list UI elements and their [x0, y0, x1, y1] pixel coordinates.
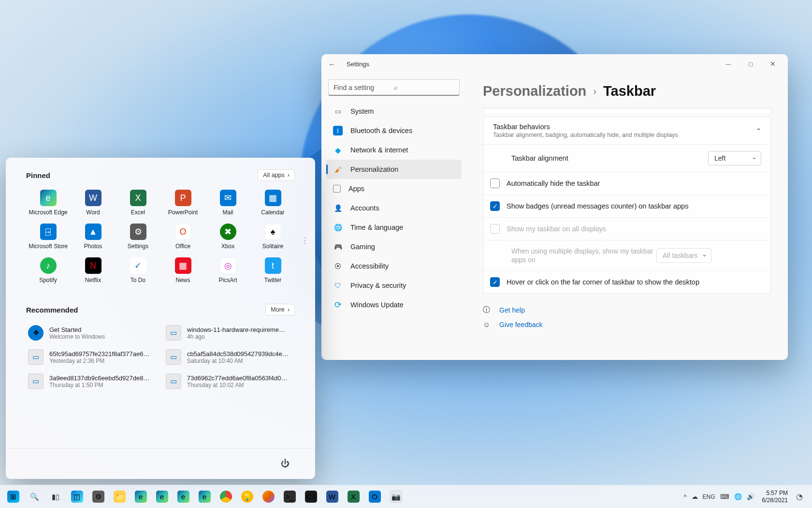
acc-icon: 👤: [333, 203, 343, 213]
taskbar-search[interactable]: 🔍: [24, 487, 44, 507]
taskbar-word[interactable]: W: [322, 487, 342, 507]
pinned-app[interactable]: ⍈Microsoft Store: [26, 222, 70, 254]
more-pinned-handle[interactable]: ⋮: [301, 236, 308, 245]
recommended-item[interactable]: ▭windows-11-hardware-requirement...4h ag…: [164, 322, 295, 344]
taskbar-start[interactable]: ⊞: [3, 487, 23, 507]
nav-item-pers[interactable]: 🖌Personalization: [326, 160, 462, 179]
taskbar-chrome[interactable]: [216, 487, 236, 507]
taskbar-task-view[interactable]: ▮▯: [45, 487, 66, 507]
taskbar-edge-canary[interactable]: e: [194, 487, 215, 507]
recommended-item[interactable]: ▭65fc95ad69757fe2321f8af377ae670...Yeste…: [26, 346, 157, 368]
pinned-app[interactable]: ▦News: [161, 255, 205, 287]
pinned-app[interactable]: NNetflix: [71, 255, 115, 287]
tray-chevron-icon[interactable]: ^: [683, 493, 686, 500]
badges-row[interactable]: ✓ Show badges (unread messages counter) …: [483, 194, 771, 217]
taskbar-clock[interactable]: 5:57 PM 6/28/2021: [759, 490, 791, 504]
help-icon: ⓘ: [483, 305, 493, 314]
pinned-app[interactable]: ◎PicsArt: [206, 255, 250, 287]
taskbar-outlook[interactable]: O: [364, 487, 385, 507]
give-feedback-link[interactable]: Give feedback: [499, 321, 543, 329]
power-button[interactable]: ⏻: [276, 454, 295, 474]
titlebar: ← Settings — ▢ ✕: [321, 54, 788, 74]
back-button[interactable]: ←: [328, 60, 340, 68]
excel-icon: X: [348, 491, 360, 503]
recommended-item[interactable]: ❖Get StartedWelcome to Windows: [26, 322, 157, 344]
corner-checkbox[interactable]: ✓: [490, 277, 500, 287]
breadcrumb-parent[interactable]: Personalization: [483, 83, 586, 99]
give-feedback-row[interactable]: ☺ Give feedback: [483, 320, 771, 329]
task-view-icon: ▮▯: [50, 491, 62, 503]
notifications-button[interactable]: ◔: [792, 487, 807, 507]
chevron-right-icon: ›: [288, 306, 290, 313]
tray-onedrive-icon[interactable]: ☁: [692, 493, 698, 500]
nav-label: Gaming: [350, 243, 375, 251]
pinned-app[interactable]: ⚙Settings: [116, 222, 160, 254]
taskbar-windows-terminal[interactable]: >_: [279, 487, 300, 507]
all-apps-button[interactable]: All apps ›: [258, 169, 295, 181]
app-icon: O: [175, 224, 191, 240]
nav-item-priv[interactable]: 🛡Privacy & security: [326, 276, 462, 295]
taskbar-command-prompt[interactable]: C:\: [301, 487, 321, 507]
nav-item-acs[interactable]: ⦿Accessibility: [326, 256, 462, 276]
badges-checkbox[interactable]: ✓: [490, 201, 500, 211]
panel-header[interactable]: Taskbar behaviors Taskbar alignment, bad…: [483, 117, 771, 144]
pinned-app[interactable]: eMicrosoft Edge: [26, 188, 70, 220]
taskbar: ⊞🔍▮▯◫⚙📁eeee💡>_C:\WXO📷 ^ ☁ ENG ⌨ 🌐 🔊 5:57…: [0, 485, 812, 508]
search-input[interactable]: Find a setting ⌕: [328, 79, 460, 96]
corner-row[interactable]: ✓ Hover or click on the far corner of ta…: [483, 270, 771, 293]
pinned-app[interactable]: ✖Xbox: [206, 222, 250, 254]
pinned-app[interactable]: ✓To Do: [116, 255, 160, 287]
pinned-app[interactable]: tTwitter: [251, 255, 295, 287]
nav-item-acc[interactable]: 👤Accounts: [326, 198, 462, 218]
minimize-button[interactable]: —: [717, 56, 740, 72]
recommended-item[interactable]: ▭3a9eed8137db9c6eebd5d927de8fe...Thursda…: [26, 371, 157, 392]
nav-item-upd[interactable]: ⟳Windows Update: [326, 295, 462, 314]
app-icon: N: [85, 257, 102, 274]
nav-item-game[interactable]: 🎮Gaming: [326, 237, 462, 256]
taskbar-edge-beta[interactable]: e: [152, 487, 172, 507]
tray-network-icon[interactable]: 🌐: [734, 493, 742, 500]
taskbar-file-explorer[interactable]: 📁: [109, 487, 130, 507]
alignment-label: Taskbar alignment: [511, 154, 708, 162]
taskbar-edge[interactable]: e: [130, 487, 151, 507]
app-label: To Do: [130, 277, 145, 284]
recommended-item[interactable]: ▭cb5af5a84dc538d095427939dc4e6...Saturda…: [164, 346, 295, 368]
pinned-app[interactable]: ▦Calendar: [251, 188, 295, 220]
nav-item-bt[interactable]: ᛒBluetooth & devices: [326, 121, 462, 140]
pinned-app[interactable]: ♪Spotify: [26, 255, 70, 287]
autohide-checkbox[interactable]: [490, 179, 500, 188]
windows-terminal-icon: >_: [284, 491, 296, 503]
taskbar-firefox[interactable]: [258, 487, 278, 507]
pinned-app[interactable]: ✉Mail: [206, 188, 250, 220]
nav-item-system[interactable]: ▭System: [326, 102, 462, 121]
word-icon: W: [326, 491, 338, 503]
nav-item-apps[interactable]: Apps: [326, 179, 462, 198]
recommended-item[interactable]: ▭73d6962c77edd6ae0f8a0563f4d04...Thursda…: [164, 371, 295, 392]
maximize-button[interactable]: ▢: [740, 56, 762, 72]
pinned-app[interactable]: WWord: [71, 188, 115, 220]
tray-keyboard-icon[interactable]: ⌨: [720, 493, 729, 500]
close-button[interactable]: ✕: [762, 56, 784, 72]
taskbar-excel[interactable]: X: [343, 487, 363, 507]
more-button[interactable]: More ›: [265, 304, 295, 315]
pinned-app[interactable]: XExcel: [116, 188, 160, 220]
get-help-row[interactable]: ⓘ Get help: [483, 305, 771, 314]
get-help-link[interactable]: Get help: [499, 306, 525, 314]
taskbar-widgets[interactable]: ◫: [67, 487, 87, 507]
nav-item-net[interactable]: ◆Network & internet: [326, 140, 462, 160]
tray-volume-icon[interactable]: 🔊: [747, 493, 754, 500]
taskbar-edge-dev[interactable]: e: [173, 487, 193, 507]
rec-subtitle: Thursday at 10:02 AM: [187, 382, 289, 388]
alignment-dropdown[interactable]: Left: [708, 151, 761, 165]
taskbar-camera[interactable]: 📷: [386, 487, 406, 507]
tray-language[interactable]: ENG: [703, 493, 715, 500]
pinned-app[interactable]: PPowerPoint: [161, 188, 205, 220]
autohide-row[interactable]: Automatically hide the taskbar: [483, 172, 771, 194]
taskbar-tips[interactable]: 💡: [237, 487, 257, 507]
taskbar-settings[interactable]: ⚙: [88, 487, 108, 507]
pinned-app[interactable]: ♠Solitaire: [251, 222, 295, 254]
search-icon: 🔍: [29, 491, 41, 503]
pinned-app[interactable]: ▲Photos: [71, 222, 115, 254]
pinned-app[interactable]: OOffice: [161, 222, 205, 254]
nav-item-time[interactable]: 🌐Time & language: [326, 218, 462, 237]
